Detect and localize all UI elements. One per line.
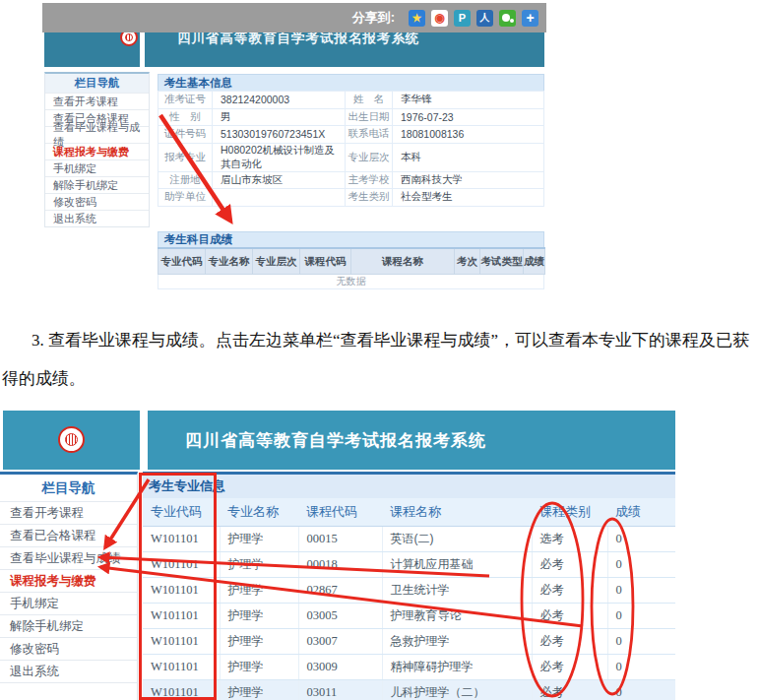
qzone-icon[interactable]: ★ (409, 10, 425, 27)
renren-icon[interactable]: 人 (476, 10, 493, 27)
sidebar-item-bind-phone[interactable]: 手机绑定 (0, 593, 137, 615)
basic-info-table: 准考证号 382124200003 姓 名 李华锋 性 别 男 出生日期 197… (158, 91, 544, 207)
sidebar-header: 栏目导航 (0, 475, 137, 502)
sidebar-item-passed-courses[interactable]: 查看已合格课程 (0, 525, 137, 547)
table-row: 准考证号 382124200003 姓 名 李华锋 (158, 92, 544, 109)
share-more-icon[interactable]: + (522, 10, 538, 27)
subject-scores-header: 专业代码 专业名称 专业层次 课程代码 课程名称 考次 考试类型 成绩 (158, 247, 545, 276)
pengyou-icon[interactable]: P (454, 10, 471, 27)
share-label: 分享到: (352, 9, 395, 27)
table-row: 证件号码 51303019760723451X 联系电话 18081008136 (158, 126, 544, 144)
weibo-icon[interactable]: ◉ (431, 10, 448, 27)
screenshot-major-courses: 四川省高等教育自学考试报名报考系统 栏目导航 查看开考课程 查看已合格课程 查看… (0, 409, 675, 700)
main-panel: 考生基本信息 准考证号 382124200003 姓 名 李华锋 性 别 男 出… (158, 74, 544, 289)
table-row: 助学单位 考生类别 社会型考生 (158, 189, 544, 207)
screenshot-basic-info: 分享到: ★ ◉ P 人 + 四川省高等教育自学考试报名报考系统 栏目导航 查看… (42, 3, 546, 279)
table-row: W101101 护理学 03007 急救护理学 必考 0 (143, 628, 675, 654)
sidebar-item-open-courses[interactable]: 查看开考课程 (0, 502, 137, 525)
sidebar-item-unbind-phone[interactable]: 解除手机绑定 (45, 176, 149, 193)
sidebar-item-graduation-scores[interactable]: 查看毕业课程与成绩 (45, 126, 149, 143)
sidebar-header: 栏目导航 (45, 74, 149, 93)
sidebar-nav: 栏目导航 查看开考课程 查看已合格课程 查看毕业课程与成绩 课程报考与缴费 手机… (0, 472, 138, 700)
sidebar-item-unbind-phone[interactable]: 解除手机绑定 (0, 615, 137, 638)
table-header-row: 专业代码 专业名称 课程代码 课程名称 课程类别 成绩 (143, 498, 675, 526)
table-row: W101101 护理学 03005 护理教育导论 必考 0 (143, 603, 675, 628)
major-info-title: 考生专业信息 (143, 475, 675, 498)
header-title-bar: 四川省高等教育自学考试报名报考系统 (148, 411, 675, 470)
sidebar-item-register-pay[interactable]: 课程报考与缴费 (0, 570, 137, 593)
table-row: 注册地 眉山市东坡区 主考学校 西南科技大学 (158, 171, 544, 189)
instruction-paragraph: 3. 查看毕业课程与成绩。点击左边菜单栏“查看毕业课程与成绩”，可以查看本专业下… (2, 321, 758, 398)
sidebar-item-bind-phone[interactable]: 手机绑定 (45, 159, 149, 176)
main-panel: 考生专业信息 专业代码 专业名称 课程代码 课程名称 课程类别 成绩 W1011… (143, 472, 675, 700)
sidebar-item-logout[interactable]: 退出系统 (0, 661, 137, 683)
table-row: W101101 护理学 02867 卫生统计学 必考 0 (143, 577, 675, 603)
table-row: W101101 护理学 03009 精神障碍护理学 必考 0 (143, 654, 675, 679)
wechat-icon[interactable] (499, 10, 516, 27)
header-logo-panel (3, 411, 140, 470)
table-row: W101101 护理学 00018 计算机应用基础 必考 0 (143, 551, 675, 577)
sidebar-nav: 栏目导航 查看开考课程 查看已合格课程 查看毕业课程与成绩 课程报考与缴费 手机… (44, 72, 150, 227)
table-row: 性 别 男 出生日期 1976-07-23 (158, 108, 544, 126)
sidebar-item-change-password[interactable]: 修改密码 (0, 638, 137, 661)
sidebar-item-open-courses[interactable]: 查看开考课程 (45, 93, 149, 109)
sidebar-item-change-password[interactable]: 修改密码 (45, 193, 149, 210)
sidebar-item-graduation-scores[interactable]: 查看毕业课程与成绩 (0, 547, 137, 570)
subject-scores-title: 考生科目成绩 (158, 231, 544, 247)
table-row: 报考专业 H080202机械设计制造及其自动化 专业层次 本科 (158, 143, 544, 171)
table-row: W101101 护理学 03011 儿科护理学（二） 必考 0 (143, 679, 675, 700)
table-row: W101101 护理学 00015 英语(二) 选考 0 (143, 526, 675, 551)
major-info-table: 专业代码 专业名称 课程代码 课程名称 课程类别 成绩 W101101 护理学 … (143, 498, 675, 700)
sidebar-item-logout[interactable]: 退出系统 (45, 210, 149, 226)
share-bar: 分享到: ★ ◉ P 人 + (42, 3, 546, 32)
no-data-row: 无数据 (158, 275, 544, 289)
basic-info-title: 考生基本信息 (158, 74, 544, 91)
page-title: 四川省高等教育自学考试报名报考系统 (185, 429, 486, 452)
manual-page: 分享到: ★ ◉ P 人 + 四川省高等教育自学考试报名报考系统 栏目导航 查看… (0, 0, 759, 700)
seal-logo-icon (58, 426, 85, 453)
